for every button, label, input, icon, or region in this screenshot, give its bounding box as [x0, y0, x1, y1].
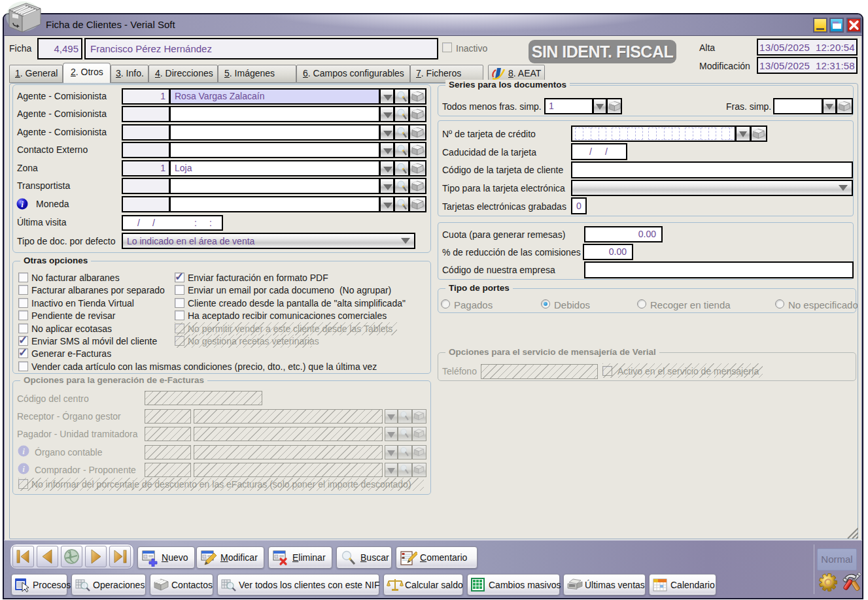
- svg-text:i: i: [22, 464, 25, 474]
- svg-text:i: i: [21, 199, 24, 209]
- svg-text:i: i: [22, 446, 25, 456]
